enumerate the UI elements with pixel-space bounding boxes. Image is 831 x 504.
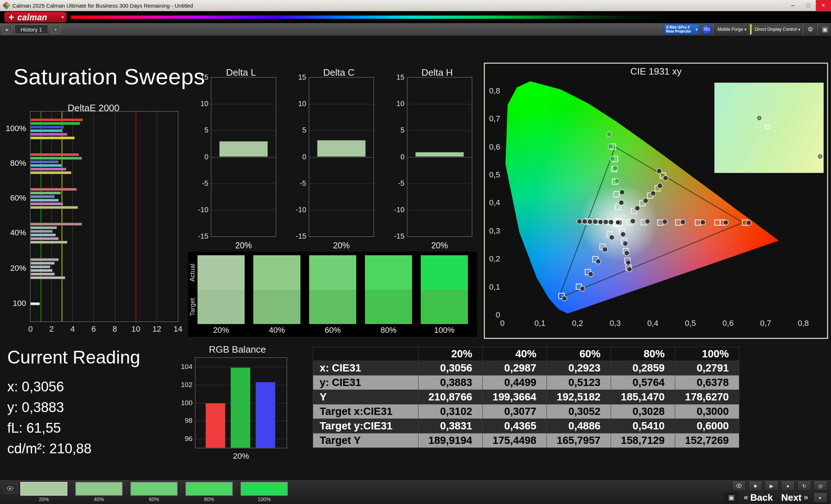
layout-toggle-button[interactable]: ▣ bbox=[724, 492, 738, 503]
thumbnail-60%[interactable]: 60% bbox=[130, 482, 178, 502]
table-cell: 0,3000 bbox=[675, 404, 739, 419]
toolbar-right-cluster: X-Rite i1Pro 3 Rear Projector ▾ 701 Mobi… bbox=[664, 24, 831, 35]
minimize-button[interactable]: – bbox=[785, 0, 801, 11]
page-title: Saturation Sweeps bbox=[13, 64, 205, 89]
calman-menu-button[interactable]: calman ▾ bbox=[4, 12, 67, 22]
meter-dropdown[interactable]: X-Rite i1Pro 3 Rear Projector ▾ bbox=[664, 24, 699, 35]
bar bbox=[30, 202, 63, 205]
x-tick-label: 0,8 bbox=[792, 319, 814, 328]
tab-history-1[interactable]: History 1 bbox=[14, 25, 48, 34]
inset-measurement-marker bbox=[757, 116, 761, 120]
next-label: Next bbox=[781, 492, 801, 503]
thumbnail-patch bbox=[20, 482, 67, 496]
back-button[interactable]: « Back bbox=[741, 492, 776, 503]
gridline bbox=[94, 112, 94, 322]
measurement-marker bbox=[593, 219, 598, 224]
table-cell: 192,5182 bbox=[547, 390, 611, 404]
collapse-panel-button[interactable]: ▸ bbox=[2, 25, 12, 34]
display-control-dropdown[interactable]: Direct Display Control ▾ bbox=[750, 24, 802, 35]
bar bbox=[219, 141, 268, 157]
layout-grid-button[interactable]: ▣ bbox=[819, 24, 831, 35]
chevron-down-icon: ▾ bbox=[694, 27, 699, 32]
y-tick-label: 10 bbox=[390, 100, 404, 108]
reference-line bbox=[136, 112, 136, 322]
chevron-down-icon: ▾ bbox=[61, 14, 64, 20]
target-patch bbox=[198, 290, 245, 324]
calman-logo-text: calman bbox=[17, 13, 47, 21]
x-tick-label: 0,5 bbox=[680, 319, 701, 328]
bar bbox=[30, 206, 78, 209]
refresh-button[interactable]: ↻ bbox=[797, 480, 811, 491]
next-button[interactable]: Next » bbox=[778, 492, 811, 503]
y-tick-label: 0 bbox=[390, 153, 404, 161]
target-marker bbox=[715, 220, 720, 225]
bar bbox=[30, 269, 53, 272]
window-controls: – □ × bbox=[785, 0, 831, 11]
maximize-button[interactable]: □ bbox=[801, 0, 816, 11]
delta-h-plot: 151050-5-10-1520% bbox=[407, 77, 472, 237]
bar bbox=[415, 152, 464, 157]
play-button[interactable]: ▶ bbox=[765, 480, 778, 491]
table-column-header: 20% bbox=[419, 347, 483, 361]
bar bbox=[30, 153, 79, 156]
bar bbox=[30, 160, 59, 163]
y-tick-label: 0,4 bbox=[486, 198, 500, 207]
preview-eye-button[interactable] bbox=[3, 483, 17, 494]
x-axis-label: 20% bbox=[309, 241, 374, 251]
x-tick-label: 10 bbox=[129, 324, 143, 334]
y-tick-label: 15 bbox=[194, 73, 208, 81]
table-cell: 0,6378 bbox=[675, 375, 739, 390]
thumbnail-80%[interactable]: 80% bbox=[186, 482, 233, 502]
window-title: Calman 2025 Calman Ultimate for Business… bbox=[12, 3, 193, 9]
power-button[interactable]: ◎ bbox=[814, 480, 827, 491]
more-button[interactable]: ▸ bbox=[814, 492, 827, 503]
measurement-marker bbox=[588, 272, 593, 277]
eye-icon-button[interactable] bbox=[732, 480, 746, 491]
thumbnail-label: 60% bbox=[130, 496, 178, 502]
bar bbox=[30, 302, 40, 305]
patch-label: 20% bbox=[198, 326, 245, 335]
y-tick-label: -15 bbox=[292, 232, 306, 240]
x-axis-label: 20% bbox=[407, 241, 472, 251]
measurement-marker bbox=[620, 190, 625, 195]
measurement-marker bbox=[615, 178, 620, 184]
bar bbox=[317, 140, 366, 157]
table-cell: 0,5410 bbox=[611, 419, 675, 433]
y-tick-label: 5 bbox=[292, 126, 306, 134]
measurement-marker bbox=[663, 176, 668, 181]
gridline bbox=[211, 104, 276, 104]
x-tick-label: 8 bbox=[108, 324, 122, 334]
table-row: Y210,8766199,3664192,5182185,1470178,627… bbox=[313, 390, 739, 404]
settings-gear-button[interactable]: ⚙ bbox=[804, 24, 817, 35]
stop-button[interactable]: ■ bbox=[748, 480, 762, 491]
bar bbox=[30, 157, 82, 160]
table-cell: 0,4886 bbox=[547, 419, 611, 433]
spectrum-strip bbox=[71, 16, 831, 19]
cie-title: CIE 1931 xy bbox=[485, 66, 827, 77]
measurement-marker bbox=[626, 260, 631, 265]
delta-c-plot: 151050-5-10-1520% bbox=[309, 77, 374, 237]
thumbnail-100%[interactable]: 100% bbox=[241, 482, 288, 502]
measurement-marker bbox=[608, 219, 614, 224]
bar bbox=[30, 129, 62, 132]
patch-row: 20%40%60%80%100% bbox=[188, 252, 477, 337]
close-button[interactable]: × bbox=[816, 0, 831, 11]
record-button[interactable]: ● bbox=[781, 480, 795, 491]
y-tick-label: 0 bbox=[486, 310, 500, 320]
actual-patch bbox=[421, 255, 468, 290]
measurement-marker bbox=[657, 183, 662, 188]
source-dropdown[interactable]: Mobile Forge ▾ bbox=[714, 24, 748, 35]
group-label: 20% bbox=[4, 264, 26, 273]
y-tick-label: 5 bbox=[194, 126, 208, 134]
patch-label: 80% bbox=[365, 326, 412, 335]
table-cell: 0,2987 bbox=[483, 361, 547, 375]
thumbnail-40%[interactable]: 40% bbox=[75, 482, 122, 502]
thumbnail-label: 40% bbox=[75, 496, 122, 502]
reading-y: y: 0,3883 bbox=[7, 397, 174, 418]
table-cell: 0,2859 bbox=[611, 361, 675, 375]
table-cell: 0,3056 bbox=[419, 361, 483, 375]
thumbnail-20%[interactable]: 20% bbox=[20, 482, 67, 502]
measurement-marker bbox=[562, 296, 567, 301]
new-tab-button[interactable]: + bbox=[50, 25, 61, 34]
measurement-marker bbox=[623, 241, 628, 246]
